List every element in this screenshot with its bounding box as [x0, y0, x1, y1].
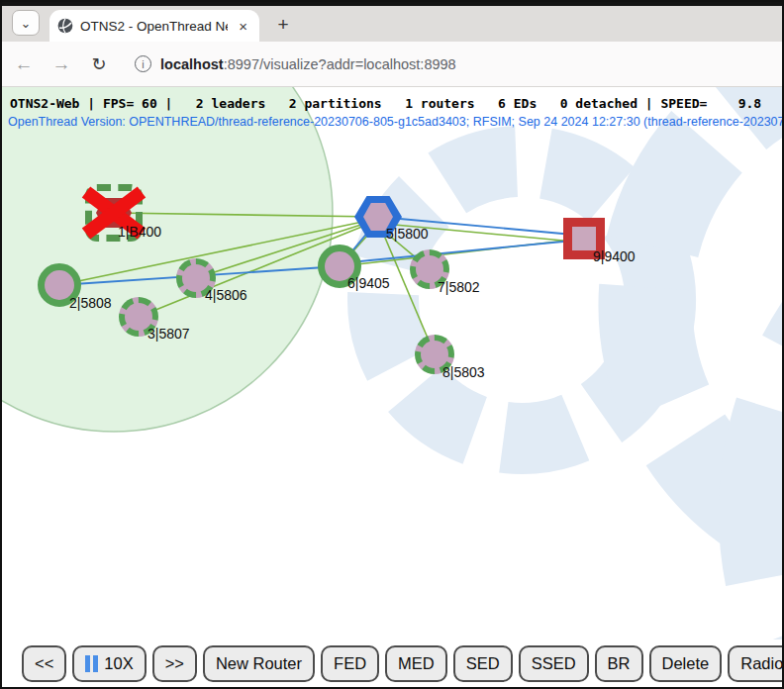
new-router-button[interactable]: New Router: [203, 645, 315, 682]
tab-close-icon[interactable]: ×: [235, 17, 251, 36]
br-button[interactable]: BR: [595, 645, 643, 682]
node-8-label: 8|5803: [442, 364, 485, 380]
forward-icon[interactable]: →: [49, 53, 73, 75]
url-host: localhost: [160, 56, 224, 72]
address-bar[interactable]: i localhost:8997/visualize?addr=localhos…: [125, 48, 772, 81]
speed-up-button[interactable]: >>: [152, 645, 197, 682]
pause-speed-button[interactable]: 10X: [72, 645, 146, 682]
pause-icon: [85, 655, 98, 672]
globe-favicon-icon: [57, 18, 73, 34]
node-1-label: 1|B400: [118, 224, 161, 240]
tab-otns2[interactable]: OTNS2 - OpenThread Ne ×: [49, 10, 259, 42]
new-tab-button[interactable]: +: [269, 11, 297, 39]
delete-button[interactable]: Delete: [649, 645, 723, 682]
node-3-label: 3|5807: [147, 326, 190, 342]
sed-button[interactable]: SED: [453, 645, 513, 682]
node-6-label: 6|9405: [347, 275, 390, 291]
otns-visualization-canvas[interactable]: OTNS2-Web | FPS= 60 | 2 leaders 2 partit…: [2, 87, 784, 640]
tab-title: OTNS2 - OpenThread Ne: [80, 19, 228, 34]
site-info-icon[interactable]: i: [135, 55, 151, 72]
ssed-button[interactable]: SSED: [519, 645, 589, 682]
node-9-label: 9|9400: [593, 248, 636, 264]
browser-navbar: ← → ↻ i localhost:8997/visualize?addr=lo…: [2, 42, 782, 87]
node-2-label: 2|5808: [69, 295, 112, 311]
background-watermark: [347, 87, 784, 640]
med-button[interactable]: MED: [385, 645, 447, 682]
browser-window: ⌄ OTNS2 - OpenThread Ne × + ← → ↻ i loca…: [0, 0, 784, 689]
reload-icon[interactable]: ↻: [87, 53, 111, 75]
node-5-label: 5|5800: [386, 226, 429, 242]
back-icon[interactable]: ←: [12, 53, 36, 75]
fed-button[interactable]: FED: [321, 645, 379, 682]
node-4-label: 4|5806: [205, 287, 247, 303]
url-text[interactable]: localhost:8997/visualize?addr=localhost:…: [160, 56, 456, 72]
url-path: :8997/visualize?addr=localhost:8998: [224, 56, 456, 72]
tab-list-chevron-button[interactable]: ⌄: [12, 10, 40, 36]
canvas-underlay: [2, 87, 784, 640]
speed-label: 10X: [104, 654, 133, 673]
tab-bar: ⌄ OTNS2 - OpenThread Ne × +: [2, 6, 782, 42]
simulation-status-line: OTNS2-Web | FPS= 60 | 2 leaders 2 partit…: [10, 96, 761, 111]
chevron-down-icon: ⌄: [21, 16, 32, 31]
simulation-toolbar: << 10X >> New Router FED MED SED SSED BR…: [2, 640, 782, 687]
openthread-version-line: OpenThread Version: OPENTHREAD/thread-re…: [8, 115, 784, 129]
node-7-label: 7|5802: [438, 279, 480, 295]
speed-down-button[interactable]: <<: [22, 645, 66, 682]
radio-off-button[interactable]: Radio Off: [728, 645, 784, 682]
